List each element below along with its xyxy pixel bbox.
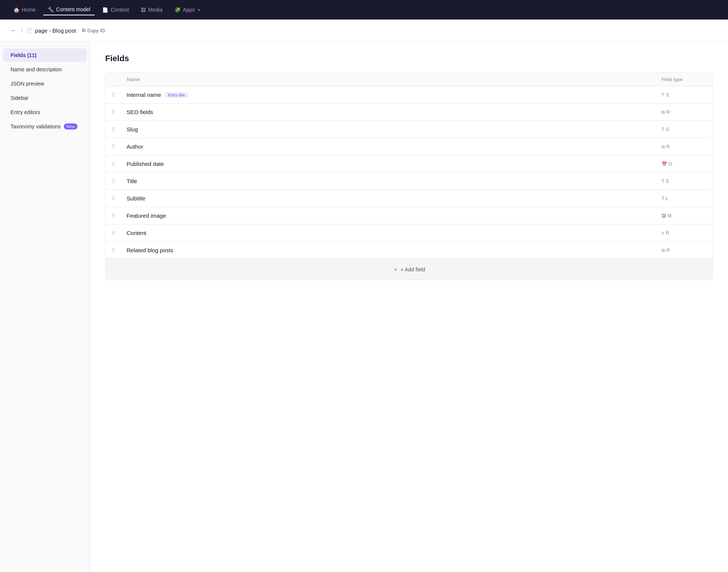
media-type-icon: 🖼	[662, 213, 666, 218]
field-type-author: ⧉ R	[662, 144, 707, 149]
sidebar-item-sidebar[interactable]: Sidebar	[3, 91, 87, 105]
field-name-internal-name: Internal name Entry title	[127, 92, 662, 98]
copy-icon: ⧉	[82, 27, 85, 33]
drag-handle-icon[interactable]: ⠿	[112, 196, 127, 202]
reference-type-icon: ⧉	[662, 248, 665, 253]
col-name: Name	[127, 77, 662, 82]
add-field-button[interactable]: ＋ + Add field	[393, 266, 425, 273]
drag-handle-icon[interactable]: ⠿	[112, 109, 127, 115]
sidebar-item-json-preview[interactable]: JSON preview	[3, 77, 87, 90]
table-row[interactable]: ⠿ Content ≡ R	[106, 224, 713, 242]
nav-content[interactable]: 📄 Content	[98, 5, 133, 15]
sidebar-item-entry-editors[interactable]: Entry editors	[3, 105, 87, 119]
nav-apps[interactable]: 🧩 Apps ▾	[170, 5, 204, 15]
field-name-related-blog-posts: Related blog posts	[127, 247, 662, 253]
entry-title-badge: Entry title	[165, 92, 188, 98]
drag-handle-icon[interactable]: ⠿	[112, 144, 127, 150]
reference-type-icon: ⧉	[662, 144, 665, 149]
text-type-icon: T	[662, 179, 664, 184]
reference-type-icon: ⧉	[662, 110, 665, 115]
field-type-published-date: 📅 D	[662, 161, 707, 167]
drag-handle-icon[interactable]: ⠿	[112, 213, 127, 219]
back-button[interactable]: ←	[9, 26, 18, 35]
main-content: Fields Name Field type ⠿ Internal name E…	[90, 42, 728, 572]
apps-icon: 🧩	[175, 7, 181, 13]
field-name-title: Title	[127, 178, 662, 184]
richtext-type-icon: ≡	[662, 230, 664, 236]
table-row[interactable]: ⠿ SEO fields ⧉ R	[106, 104, 713, 121]
field-name-subtitle: Subtitle	[127, 195, 662, 202]
drag-handle-icon[interactable]: ⠿	[112, 178, 127, 184]
drag-handle-icon[interactable]: ⠿	[112, 126, 127, 132]
nav-media[interactable]: 🖼 Media	[136, 5, 167, 15]
media-icon: 🖼	[141, 7, 146, 13]
fields-table: Name Field type ⠿ Internal name Entry ti…	[105, 72, 713, 280]
table-row[interactable]: ⠿ Subtitle T L	[106, 190, 713, 207]
add-field-row[interactable]: ＋ + Add field	[106, 259, 713, 280]
breadcrumb-title: page - Blog post	[35, 27, 76, 34]
col-field-type: Field type	[662, 77, 707, 82]
field-type-seo-fields: ⧉ R	[662, 109, 707, 115]
table-header: Name Field type	[106, 73, 713, 86]
page-title: Fields	[105, 54, 713, 63]
field-type-internal-name: T S	[662, 92, 707, 98]
field-name-slug: Slug	[127, 126, 662, 132]
copy-id-button[interactable]: ⧉ Copy ID	[79, 26, 108, 35]
field-type-title: T S	[662, 178, 707, 184]
table-row[interactable]: ⠿ Published date 📅 D	[106, 155, 713, 173]
nav-content-model[interactable]: 🔧 Content model	[43, 4, 95, 15]
chevron-down-icon: ▾	[198, 8, 200, 12]
page-icon: 📄	[102, 7, 108, 13]
sidebar-item-name-description[interactable]: Name and description	[3, 63, 87, 76]
drag-handle-icon[interactable]: ⠿	[112, 161, 127, 167]
field-type-subtitle: T L	[662, 196, 707, 201]
field-name-featured-image: Featured image	[127, 212, 662, 219]
drag-handle-icon[interactable]: ⠿	[112, 230, 127, 236]
drag-handle-icon[interactable]: ⠿	[112, 92, 127, 98]
table-row[interactable]: ⠿ Title T S	[106, 173, 713, 190]
table-row[interactable]: ⠿ Featured image 🖼 M	[106, 207, 713, 224]
nav-home[interactable]: 🏠 Home	[9, 5, 40, 15]
field-name-published-date: Published date	[127, 161, 662, 167]
text-type-icon: T	[662, 196, 664, 201]
table-row[interactable]: ⠿ Author ⧉ R	[106, 138, 713, 155]
col-drag	[112, 77, 127, 82]
home-icon: 🏠	[14, 7, 20, 13]
sidebar: Fields (11) Name and description JSON pr…	[0, 42, 90, 572]
field-name-seo-fields: SEO fields	[127, 109, 662, 115]
table-row[interactable]: ⠿ Internal name Entry title T S	[106, 86, 713, 104]
sidebar-item-taxonomy-validations[interactable]: Taxonomy validations New	[3, 120, 87, 133]
breadcrumb-separator: /	[21, 27, 23, 33]
field-type-content: ≡ R	[662, 230, 707, 236]
field-name-author: Author	[127, 143, 662, 150]
breadcrumb: ← / 📄 page - Blog post ⧉ Copy ID	[0, 20, 728, 42]
field-type-related-blog-posts: ⧉ R	[662, 247, 707, 253]
date-type-icon: 📅	[662, 161, 667, 167]
wrench-icon: 🔧	[48, 7, 54, 12]
plus-icon: ＋	[393, 266, 398, 273]
new-badge: New	[64, 123, 77, 129]
field-type-slug: T S	[662, 126, 707, 132]
table-row[interactable]: ⠿ Slug T S	[106, 121, 713, 138]
text-type-icon: T	[662, 127, 664, 132]
drag-handle-icon[interactable]: ⠿	[112, 247, 127, 253]
field-name-content: Content	[127, 230, 662, 236]
table-row[interactable]: ⠿ Related blog posts ⧉ R	[106, 242, 713, 259]
main-layout: Fields (11) Name and description JSON pr…	[0, 42, 728, 572]
breadcrumb-page-icon: 📄	[26, 27, 32, 33]
field-type-featured-image: 🖼 M	[662, 213, 707, 218]
text-type-icon: T	[662, 92, 664, 98]
sidebar-item-fields[interactable]: Fields (11)	[3, 48, 87, 62]
top-nav: 🏠 Home 🔧 Content model 📄 Content 🖼 Media…	[0, 0, 728, 20]
